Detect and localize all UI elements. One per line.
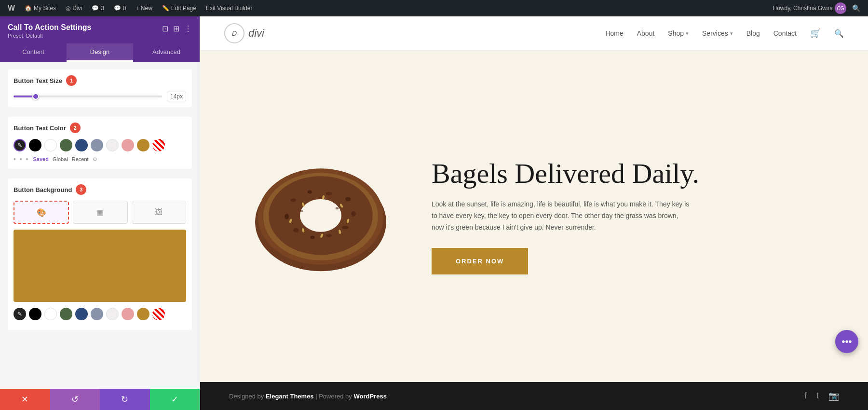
bg-swatch-pink[interactable] [122,308,134,320]
color-swatch-lightgray[interactable] [106,139,119,151]
button-text-color-group: Button Text Color 2 ✎ • • • [8,117,192,169]
meta-recent[interactable]: Recent [72,156,89,162]
bagel-svg [239,125,403,308]
expand-icon[interactable]: ⊞ [173,24,179,33]
step-badge-3: 3 [76,184,86,195]
color-swatch-navy[interactable] [75,139,88,151]
hero-image [239,125,403,308]
bg-swatch-black[interactable] [29,308,41,320]
bg-color-swatches: ✎ [14,308,186,320]
bg-type-options: 🎨 ▦ 🖼 [14,201,186,224]
meta-dots: • • • [14,155,29,163]
bg-swatch-green[interactable] [60,308,72,320]
button-text-size-group: Button Text Size 1 14px [8,69,192,107]
site-logo: D divi [224,23,264,43]
svg-point-15 [300,210,303,212]
admin-search-icon[interactable]: 🔍 [848,4,864,12]
avatar[interactable]: CG [835,2,846,14]
wp-logo[interactable]: W [4,0,19,16]
color-swatch-gold[interactable] [137,139,149,151]
bg-color-option[interactable]: 🎨 [14,201,69,224]
cart-icon[interactable]: 🛒 [810,28,821,39]
instagram-icon[interactable]: 📷 [828,391,839,401]
order-now-button[interactable]: ORDER NOW [432,248,528,274]
nav-home[interactable]: Home [605,29,623,37]
my-sites-menu[interactable]: 🏠 My Sites [21,0,60,16]
twitter-icon[interactable]: t [816,391,819,401]
size-slider-track [14,96,162,97]
nav-blog[interactable]: Blog [746,29,760,37]
redo-button[interactable]: ↻ [100,389,150,410]
footer-separator: | Powered by [314,393,354,400]
color-swatch-slate[interactable] [91,139,103,151]
meta-saved[interactable]: Saved [33,156,48,162]
cancel-button[interactable]: ✕ [0,389,50,410]
site-header: D divi Home About Shop ▾ Services ▾ Blog… [200,16,868,51]
color-swatch-green[interactable] [60,139,72,151]
meta-global[interactable]: Global [53,156,68,162]
logo-name: divi [248,27,264,40]
hero-content: Bagels Delivered Daily. Look at the suns… [432,158,829,274]
bg-image-option[interactable]: 🖼 [132,201,186,224]
color-preview-large[interactable] [14,230,186,302]
facebook-icon[interactable]: f [804,391,807,401]
nav-shop[interactable]: Shop ▾ [668,29,689,37]
size-slider-row: 14px [14,92,186,101]
panel-content: Button Text Size 1 14px Button Text Colo… [0,62,200,389]
color-swatch-pink[interactable] [122,139,134,151]
tab-content[interactable]: Content [0,43,67,62]
bg-swatch-navy[interactable] [75,308,88,320]
bg-eyedropper-swatch[interactable]: ✎ [14,308,26,320]
admin-bar: W 🏠 My Sites ◎ Divi 💬 3 💬 0 + New ✏️ Edi… [0,0,868,16]
slider-thumb[interactable] [32,93,39,100]
nav-about[interactable]: About [637,29,655,37]
color-swatch-stripe[interactable] [152,139,165,151]
svg-point-4 [300,199,341,232]
save-button[interactable]: ✓ [150,389,200,410]
nav-services[interactable]: Services ▾ [702,29,733,37]
exit-builder-button[interactable]: Exit Visual Builder [202,0,257,16]
tab-advanced[interactable]: Advanced [133,43,200,62]
eyedropper-swatch[interactable]: ✎ [14,139,26,151]
svg-point-7 [326,192,332,195]
bg-gradient-option[interactable]: ▦ [73,201,127,224]
more-icon[interactable]: ⋮ [184,24,192,33]
svg-point-16 [336,207,339,209]
button-background-group: Button Background 3 🎨 ▦ 🖼 ✎ [8,178,192,330]
edit-page-button[interactable]: ✏️ Edit Page [158,0,200,16]
bg-swatch-stripe[interactable] [152,308,165,320]
minimize-icon[interactable]: ⊡ [162,24,168,33]
nav-contact[interactable]: Contact [773,29,797,37]
search-icon[interactable]: 🔍 [834,29,844,38]
svg-point-9 [351,211,355,216]
edit-page-label: Edit Page [171,5,196,12]
new-button[interactable]: + New [132,0,156,16]
notifications-link[interactable]: 💬 0 [110,0,130,16]
svg-point-12 [310,235,314,239]
bg-swatch-slate[interactable] [91,308,103,320]
color-meta-row: • • • Saved Global Recent ⚙ [14,155,186,163]
fab-button[interactable]: ••• [835,330,858,353]
hero-body: Look at the sunset, life is amazing, lif… [432,199,692,233]
color-bucket-icon: 🎨 [37,208,46,217]
main-layout: Call To Action Settings Preset: Default … [0,16,868,410]
tab-design[interactable]: Design [67,43,133,62]
comments-link[interactable]: 💬 3 [88,0,108,16]
comments-icon: 💬 [92,5,99,12]
size-value[interactable]: 14px [167,92,186,101]
color-swatch-black[interactable] [29,139,41,151]
footer-wordpress: WordPress [353,393,386,400]
meta-gear-icon[interactable]: ⚙ [93,156,97,163]
svg-point-6 [308,190,312,193]
panel-preset[interactable]: Preset: Default [8,33,91,39]
bg-swatch-white[interactable] [44,308,57,320]
panel-tabs: Content Design Advanced [0,43,200,62]
color-swatch-white[interactable] [44,139,57,151]
notifications-count: 0 [123,5,126,12]
bg-swatch-lightgray[interactable] [106,308,119,320]
site-name-link[interactable]: ◎ Divi [62,0,86,16]
undo-button[interactable]: ↺ [50,389,100,410]
services-dropdown-icon: ▾ [730,30,733,37]
my-sites-label: My Sites [34,5,56,12]
bg-swatch-gold[interactable] [137,308,149,320]
